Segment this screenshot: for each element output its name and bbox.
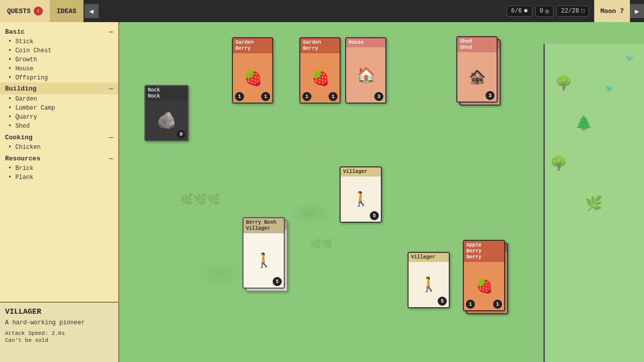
- card-garden-berry-2[interactable]: Garden Berry 🍓 1 1: [299, 37, 341, 104]
- section-building-label: Building: [5, 85, 36, 93]
- card-garden-berry-1[interactable]: Garden Berry 🍓 1 1: [232, 37, 273, 104]
- moon-label: Moon 7: [600, 8, 624, 15]
- quest-item-coin-chest[interactable]: • Coin Chest: [0, 46, 118, 55]
- card-apple-num-right: 1: [493, 300, 502, 309]
- quest-item-lumber-camp[interactable]: • Lumber Camp: [0, 104, 118, 113]
- card-garden-berry-2-num-right: 1: [329, 92, 338, 101]
- card-apple-title1: Apple: [466, 242, 502, 248]
- card-rock-title1: Rock: [148, 87, 185, 94]
- section-resources-collapse[interactable]: —: [109, 154, 113, 162]
- card-villager-2-body: 🚶 5: [409, 262, 449, 307]
- card-apple-title2: Berry: [466, 248, 502, 254]
- quest-item-shed[interactable]: • Shed: [0, 122, 118, 131]
- card-shed-body: 🏚️ 3: [457, 52, 497, 102]
- card-villager-2[interactable]: Villager 🚶 5: [408, 252, 450, 308]
- moon-next-button[interactable]: ▶: [630, 4, 644, 18]
- card-apple-num-left: 1: [466, 300, 475, 309]
- quest-item-growth[interactable]: • Growth: [0, 55, 118, 64]
- card-villager-1-title: Villager: [343, 169, 378, 175]
- card-rock-body: 🪨 0: [145, 101, 188, 140]
- card-apple-body: 🍓 1 1: [464, 262, 504, 310]
- card-house-body: 🏠 3: [346, 47, 385, 103]
- card-villager-1-body: 🚶 5: [341, 176, 381, 222]
- section-building-collapse[interactable]: —: [109, 84, 113, 93]
- card-villager-1-icon: 🚶: [352, 191, 370, 208]
- sidebar-collapse-button[interactable]: ◀: [85, 4, 99, 18]
- card-rock-title2: Rock: [148, 94, 185, 100]
- card-garden-berry-1-icon: 🍓: [244, 69, 262, 87]
- card-apple-title3: Berry: [466, 254, 502, 260]
- deco-tree-3: 🌳: [550, 155, 568, 172]
- card-villager-1-header: Villager: [341, 167, 381, 176]
- card-berry-bush-villager[interactable]: Berry Bush Villager 🚶 5: [243, 217, 285, 289]
- quest-item-garden[interactable]: • Garden: [0, 95, 118, 104]
- card-villager-1[interactable]: Villager 🚶 5: [340, 166, 382, 223]
- card-house[interactable]: House 🏠 3: [345, 37, 386, 104]
- health-stat: 6/6 ■: [507, 6, 532, 17]
- deco-grass-1: 🌱🌱: [310, 153, 331, 163]
- card-house-title: House: [349, 40, 383, 46]
- card-rock-icon: 🪨: [156, 111, 177, 131]
- section-cooking[interactable]: Cooking —: [0, 131, 118, 143]
- card-apple-icon: 🍓: [475, 278, 493, 295]
- card-villager-2-header: Villager: [409, 253, 449, 262]
- moon-area: Moon 7: [594, 0, 630, 22]
- card-garden-berry-2-title2: Berry: [303, 46, 337, 52]
- info-panel: VILLAGER A hard-working pioneer Attack S…: [0, 302, 118, 362]
- section-basic-label: Basic: [5, 28, 25, 36]
- tab-ideas[interactable]: IDEAS: [50, 0, 84, 22]
- gameboard[interactable]: 🌳 🌲 🌳 🌿 🐦 🐦 🌿🌿🌿 🌿🌿 🌱🌱 🌱🌱 Rock Rock 🪨 0 G…: [119, 22, 644, 362]
- card-shed-header: Shed Shed: [457, 37, 497, 52]
- card-garden-berry-1-body: 🍓 1 1: [233, 53, 272, 103]
- card-villager-2-title: Villager: [411, 254, 446, 260]
- ideas-label: IDEAS: [57, 8, 76, 15]
- card-bb-number: 5: [273, 277, 282, 286]
- cannot-sell-stat: Can't be sold: [5, 337, 113, 343]
- card-bb-icon: 🚶: [255, 252, 273, 269]
- card-apple-berry-berry[interactable]: Apple Berry Berry 🍓 1 1: [463, 240, 505, 311]
- deco-tree-2: 🌲: [575, 115, 593, 132]
- quest-item-house[interactable]: • House: [0, 64, 118, 73]
- section-resources-label: Resources: [5, 155, 40, 162]
- quest-item-chicken[interactable]: • Chicken: [0, 143, 118, 152]
- card-house-icon: 🏠: [357, 66, 375, 84]
- section-building[interactable]: Building —: [0, 82, 118, 95]
- card-bb-header: Berry Bush Villager: [244, 218, 284, 233]
- deco-grass-2: 🌱🌱: [421, 108, 441, 118]
- card-house-header: House: [346, 38, 385, 47]
- villager-title: VILLAGER: [5, 308, 113, 316]
- tab-quests[interactable]: QUESTS !: [0, 0, 50, 22]
- card-garden-berry-2-header: Garden Berry: [300, 38, 340, 53]
- quest-item-plank[interactable]: • Plank: [0, 173, 118, 182]
- section-basic-collapse[interactable]: —: [109, 28, 113, 36]
- section-resources[interactable]: Resources —: [0, 152, 118, 164]
- section-cooking-collapse[interactable]: —: [109, 133, 113, 141]
- card-garden-berry-1-num-left: 1: [235, 92, 244, 101]
- deco-tree-1: 🌳: [555, 74, 573, 92]
- card-garden-berry-1-title2: Berry: [235, 46, 270, 52]
- card-rock-header: Rock Rock: [145, 86, 188, 101]
- quest-item-stick[interactable]: • Stick: [0, 37, 118, 46]
- deco-bush-2: 🌿🌿: [310, 238, 333, 249]
- card-bb-body: 🚶 5: [244, 233, 284, 288]
- card-shed-icon: 🏚️: [468, 68, 486, 85]
- section-basic[interactable]: Basic —: [0, 25, 118, 37]
- top-bar: QUESTS ! IDEAS ◀ 6/6 ■ 0 ◎ 22/28 □ Moon …: [0, 0, 644, 22]
- stats-area: 6/6 ■ 0 ◎ 22/28 □: [502, 0, 594, 22]
- card-garden-berry-2-num-left: 1: [302, 92, 311, 101]
- gold-stat: 0 ◎: [535, 6, 553, 17]
- card-rock[interactable]: Rock Rock 🪨 0: [144, 85, 189, 141]
- right-border-area: 🌳 🌲 🌳 🌿 🐦 🐦: [543, 44, 644, 362]
- card-shed-shed[interactable]: Shed Shed 🏚️ 3: [456, 36, 498, 103]
- quest-item-quarry[interactable]: • Quarry: [0, 113, 118, 122]
- quest-item-brick[interactable]: • Brick: [0, 164, 118, 173]
- card-garden-berry-1-num-right: 1: [261, 92, 270, 101]
- card-villager-2-number: 5: [438, 297, 447, 306]
- card-garden-berry-2-body: 🍓 1 1: [300, 53, 340, 103]
- quest-item-offspring[interactable]: • Offspring: [0, 73, 118, 82]
- section-cooking-label: Cooking: [5, 134, 33, 141]
- gold-value: 0: [540, 8, 543, 15]
- card-garden-berry-1-title1: Garden: [235, 40, 270, 46]
- card-villager-2-icon: 🚶: [420, 276, 438, 293]
- health-value: 6/6: [511, 8, 522, 15]
